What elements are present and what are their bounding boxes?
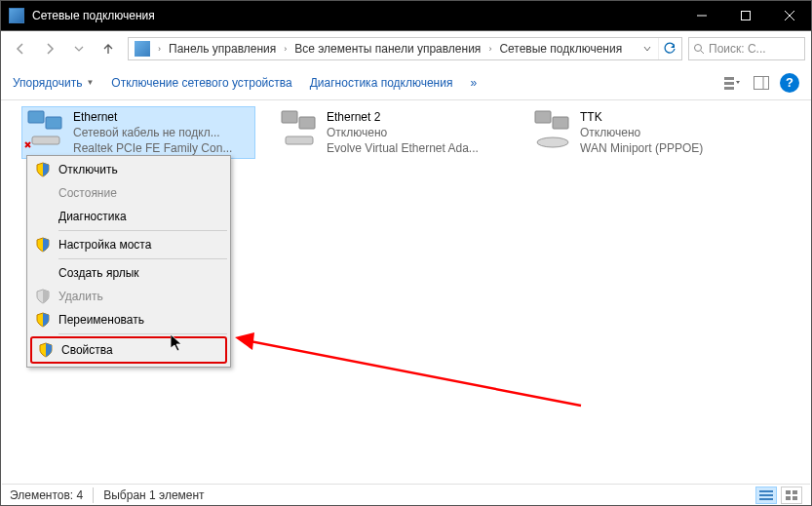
- address-bar[interactable]: › Панель управления › Все элементы панел…: [128, 37, 682, 60]
- ctx-label: Свойства: [61, 343, 113, 357]
- svg-rect-26: [759, 498, 773, 500]
- more-commands-button[interactable]: »: [470, 76, 477, 90]
- adapter-name: TTK: [580, 109, 703, 125]
- window-title: Сетевые подключения: [32, 9, 155, 22]
- status-divider: [93, 487, 94, 503]
- network-adapter-icon: [531, 109, 574, 150]
- network-adapter-icon: [24, 109, 67, 150]
- network-adapter-icon: [278, 109, 321, 150]
- svg-rect-28: [793, 490, 797, 494]
- nav-bar: › Панель управления › Все элементы панел…: [1, 30, 811, 65]
- shield-icon: [38, 342, 54, 358]
- refresh-button[interactable]: [658, 38, 679, 59]
- minimize-icon: [697, 11, 707, 20]
- breadcrumb-item-0[interactable]: Панель управления: [165, 38, 280, 59]
- adapter-name: Ethernet: [73, 109, 232, 125]
- svg-rect-27: [786, 490, 791, 494]
- svg-rect-12: [46, 117, 61, 129]
- view-options-button[interactable]: [721, 72, 743, 94]
- breadcrumb-item-2[interactable]: Сетевые подключения: [495, 38, 626, 59]
- arrow-right-icon: [42, 41, 58, 57]
- search-box[interactable]: Поиск: С...: [688, 37, 805, 60]
- breadcrumb-item-1[interactable]: Все элементы панели управления: [290, 38, 484, 59]
- help-icon: ?: [786, 75, 793, 90]
- adapter-status: Сетевой кабель не подкл...: [73, 125, 232, 140]
- svg-rect-19: [535, 111, 551, 123]
- app-icon: [9, 8, 24, 23]
- status-item-count: Элементов: 4: [10, 488, 83, 502]
- svg-rect-24: [759, 490, 773, 492]
- svg-line-5: [701, 51, 704, 54]
- preview-pane-button[interactable]: [751, 72, 772, 94]
- close-icon: [785, 11, 794, 20]
- status-selected: Выбран 1 элемент: [103, 488, 204, 502]
- svg-rect-6: [724, 77, 734, 80]
- ctx-separator: [58, 333, 227, 334]
- close-button[interactable]: [767, 1, 811, 30]
- view-large-button[interactable]: [781, 487, 802, 504]
- arrow-up-icon: [100, 41, 116, 57]
- maximize-button[interactable]: [723, 1, 767, 30]
- context-menu: Отключить Состояние Диагностика Настройк…: [26, 155, 231, 368]
- organize-label: Упорядочить: [13, 76, 82, 90]
- adapter-item-ethernet[interactable]: Ethernet Сетевой кабель не подкл... Real…: [21, 106, 255, 159]
- disable-label: Отключение сетевого устройства: [111, 76, 291, 90]
- svg-rect-11: [28, 111, 44, 123]
- adapter-device: Realtek PCIe FE Family Con...: [73, 140, 232, 156]
- help-button[interactable]: ?: [780, 73, 799, 93]
- svg-rect-9: [754, 76, 769, 89]
- arrow-left-icon: [13, 41, 28, 57]
- command-bar: Упорядочить ▼ Отключение сетевого устрой…: [1, 65, 811, 100]
- ctx-shortcut[interactable]: Создать ярлык: [29, 261, 228, 285]
- breadcrumb-sep: ›: [156, 44, 163, 54]
- adapter-status: Отключено: [580, 125, 703, 140]
- ctx-label: Диагностика: [58, 210, 127, 223]
- address-expand-button[interactable]: [638, 45, 656, 53]
- svg-rect-16: [282, 111, 297, 123]
- minimize-button[interactable]: [679, 1, 723, 30]
- svg-rect-8: [724, 87, 734, 90]
- adapter-device: WAN Miniport (PPPOE): [580, 140, 703, 156]
- nav-forward-button[interactable]: [36, 36, 63, 61]
- ctx-label: Удалить: [58, 290, 103, 303]
- nav-history-button[interactable]: [65, 36, 93, 61]
- grid-icon: [785, 489, 798, 501]
- maximize-icon: [741, 11, 751, 20]
- control-panel-icon: [135, 41, 150, 57]
- ctx-properties[interactable]: Свойства: [30, 336, 227, 364]
- ctx-bridge[interactable]: Настройка моста: [29, 233, 228, 256]
- view-details-button[interactable]: [755, 487, 777, 504]
- adapter-item-ethernet2[interactable]: Ethernet 2 Отключено Evolve Virtual Ethe…: [275, 106, 509, 159]
- diagnose-button[interactable]: Диагностика подключения: [310, 76, 453, 90]
- svg-rect-18: [286, 136, 313, 144]
- adapter-status: Отключено: [327, 125, 479, 140]
- ctx-diagnose[interactable]: Диагностика: [29, 205, 228, 228]
- nav-back-button[interactable]: [7, 36, 34, 61]
- status-bar: Элементов: 4 Выбран 1 элемент: [2, 484, 810, 505]
- nav-up-button[interactable]: [95, 36, 122, 61]
- adapter-device: Evolve Virtual Ethernet Ada...: [327, 140, 479, 156]
- search-icon: [693, 43, 705, 55]
- ctx-label: Состояние: [58, 186, 117, 200]
- svg-point-21: [537, 137, 568, 147]
- ctx-disable[interactable]: Отключить: [29, 158, 228, 181]
- shield-icon: [35, 289, 51, 304]
- diagnose-label: Диагностика подключения: [310, 76, 453, 90]
- shield-icon: [35, 162, 51, 177]
- svg-rect-30: [793, 496, 797, 500]
- adapter-name: Ethernet 2: [327, 109, 479, 125]
- ctx-delete: Удалить: [29, 285, 228, 308]
- disable-device-button[interactable]: Отключение сетевого устройства: [111, 76, 291, 90]
- pane-icon: [754, 76, 769, 90]
- ctx-label: Создать ярлык: [58, 266, 139, 280]
- search-placeholder: Поиск: С...: [709, 42, 766, 56]
- chevron-down-icon: [74, 44, 84, 54]
- organize-menu[interactable]: Упорядочить ▼: [13, 76, 94, 90]
- ctx-status: Состояние: [29, 181, 228, 205]
- svg-rect-17: [299, 117, 315, 129]
- chevron-down-icon: ▼: [86, 78, 94, 87]
- ctx-rename[interactable]: Переименовать: [29, 308, 228, 331]
- adapter-item-ttk[interactable]: TTK Отключено WAN Miniport (PPPOE): [528, 106, 733, 159]
- breadcrumb-sep: ›: [486, 44, 493, 54]
- ctx-separator: [58, 258, 227, 259]
